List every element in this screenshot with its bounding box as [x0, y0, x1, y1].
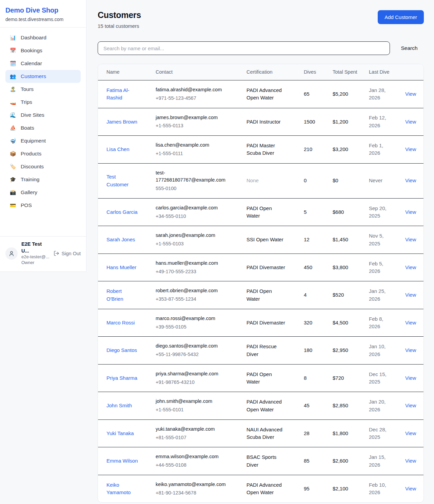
customer-email: sarah.jones@example.com	[156, 232, 229, 239]
view-link[interactable]: View	[405, 178, 416, 183]
customer-total-spent: $2,100	[329, 475, 365, 502]
sidebar-item-boats[interactable]: ⛵ Boats	[5, 122, 81, 134]
sidebar-item-dashboard[interactable]: 📊 Dashboard	[5, 31, 81, 44]
nav-item-icon: 🤿	[9, 138, 16, 144]
view-link[interactable]: View	[405, 237, 416, 242]
search-button[interactable]: Search	[399, 45, 420, 51]
customer-certification: SSI Open Water	[246, 237, 283, 242]
sidebar-item-tours[interactable]: 🏝️ Tours	[5, 83, 81, 96]
nav-item-label: Calendar	[21, 60, 42, 67]
customer-last-dive: Feb 12, 2026	[365, 108, 396, 136]
customer-phone: +81-90-1234-5678	[156, 489, 229, 497]
customer-email: keiko.yamamoto@example.com	[156, 481, 229, 488]
table-row-sarah-jones: Sarah Jones sarah.jones@example.com +1-5…	[98, 226, 423, 254]
nav-item-icon: 📅	[9, 48, 16, 54]
customer-name-link[interactable]: Robert O'Brien	[106, 288, 123, 302]
customer-email: carlos.garcia@example.com	[156, 204, 229, 212]
main-content: Customers 15 total customers Add Custome…	[86, 0, 434, 504]
nav-item-icon: 🏝️	[9, 86, 16, 92]
customer-dives: 28	[300, 419, 329, 447]
customer-name-link[interactable]: Keiko Yamamoto	[106, 482, 131, 496]
view-link[interactable]: View	[405, 146, 416, 152]
view-link[interactable]: View	[405, 292, 416, 298]
sidebar-item-pos[interactable]: 💳 POS	[5, 199, 81, 212]
view-link[interactable]: View	[405, 486, 416, 491]
column-header-last-dive: Last Dive	[365, 64, 396, 80]
view-link[interactable]: View	[405, 91, 416, 97]
sign-out-label: Sign Out	[62, 251, 81, 256]
nav-item-icon: 💳	[9, 202, 16, 208]
customer-phone: 555-0100	[156, 185, 229, 192]
customer-last-dive: Jan 28, 2026	[365, 80, 396, 108]
sidebar-item-dive-sites[interactable]: 🌊 Dive Sites	[5, 109, 81, 122]
customer-total-spent: $2,850	[329, 392, 365, 420]
customer-name-link[interactable]: Marco Rossi	[106, 320, 135, 325]
nav-item-icon: 🏷️	[9, 164, 16, 170]
customer-last-dive: Feb 1, 2026	[365, 136, 396, 164]
customer-last-dive: Jan 25, 2026	[365, 281, 396, 309]
table-row-robert-o-brien: Robert O'Brien robert.obrien@example.com…	[98, 281, 423, 309]
customer-name-link[interactable]: Test Customer	[106, 174, 129, 187]
sidebar-item-discounts[interactable]: 🏷️ Discounts	[5, 160, 81, 173]
customer-name-link[interactable]: Emma Wilson	[106, 458, 138, 464]
customer-name-link[interactable]: Hans Mueller	[106, 264, 136, 270]
sidebar-item-calendar[interactable]: 🗓️ Calendar	[5, 57, 81, 70]
table-row-emma-wilson: Emma Wilson emma.wilson@example.com +44-…	[98, 447, 423, 475]
customer-total-spent: $1,800	[329, 419, 365, 447]
customer-email: yuki.tanaka@example.com	[156, 426, 229, 433]
customer-dives: 210	[300, 136, 329, 164]
customer-name-link[interactable]: Yuki Tanaka	[106, 430, 134, 436]
sidebar-item-products[interactable]: 📦 Products	[5, 147, 81, 160]
view-link[interactable]: View	[405, 320, 416, 325]
search-input[interactable]	[98, 41, 390, 55]
view-link[interactable]: View	[405, 119, 416, 125]
view-link[interactable]: View	[405, 264, 416, 270]
view-link[interactable]: View	[405, 403, 416, 408]
view-link[interactable]: View	[405, 430, 416, 436]
sidebar: Demo Dive Shop demo.test.divestreams.com…	[0, 0, 86, 272]
customer-total-spent: $5,200	[329, 80, 365, 108]
nav-item-icon: 🗓️	[9, 60, 16, 67]
customer-name-link[interactable]: Priya Sharma	[106, 375, 137, 381]
customer-email: hans.mueller@example.com	[156, 260, 229, 267]
customer-name-link[interactable]: Carlos Garcia	[106, 209, 138, 215]
customer-dives: 4	[300, 281, 329, 309]
view-link[interactable]: View	[405, 375, 416, 381]
customer-name-link[interactable]: John Smith	[106, 403, 132, 408]
view-link[interactable]: View	[405, 458, 416, 464]
customer-certification: None	[246, 178, 259, 183]
sidebar-item-equipment[interactable]: 🤿 Equipment	[5, 134, 81, 147]
customer-name-link[interactable]: James Brown	[106, 119, 137, 125]
customer-phone: +1-555-0113	[156, 122, 229, 130]
nav-item-icon: 📊	[9, 35, 16, 41]
customer-last-dive: Jan 10, 2026	[365, 337, 396, 365]
sidebar-item-gallery[interactable]: 📸 Gallery	[5, 186, 81, 199]
table-row-john-smith: John Smith john.smith@example.com +1-555…	[98, 392, 423, 420]
nav-item-icon: 📸	[9, 189, 16, 195]
nav-item-label: Bookings	[21, 48, 42, 54]
view-link[interactable]: View	[405, 209, 416, 215]
table-row-diego-santos: Diego Santos diego.santos@example.com +5…	[98, 337, 423, 365]
customer-name-link[interactable]: Fatima Al-Rashid	[106, 87, 130, 101]
sidebar-item-bookings[interactable]: 📅 Bookings	[5, 44, 81, 57]
user-name: E2E Test U...	[21, 241, 50, 254]
view-link[interactable]: View	[405, 347, 416, 353]
sidebar-item-training[interactable]: 🎓 Training	[5, 173, 81, 186]
nav-item-icon: 🌊	[9, 112, 16, 118]
add-customer-button[interactable]: Add Customer	[378, 10, 424, 24]
customer-dives: 95	[300, 475, 329, 502]
table-row-yuki-tanaka: Yuki Tanaka yuki.tanaka@example.com +81-…	[98, 419, 423, 447]
customer-certification: PADI Rescue Diver	[246, 343, 277, 357]
sidebar-item-trips[interactable]: 🚤 Trips	[5, 96, 81, 109]
customer-total-spent: $0	[329, 163, 365, 198]
customer-name-link[interactable]: Sarah Jones	[106, 237, 135, 242]
customer-total-spent: $520	[329, 281, 365, 309]
nav-item-label: Products	[21, 151, 41, 157]
customers-table: Name Contact Certification Dives Total S…	[98, 64, 423, 502]
customer-email: fatima.alrashid@example.com	[156, 86, 229, 94]
nav-item-icon: ⛵	[9, 125, 16, 131]
sign-out-button[interactable]: Sign Out	[54, 250, 81, 256]
sidebar-item-customers[interactable]: 👥 Customers	[5, 70, 81, 83]
customer-name-link[interactable]: Lisa Chen	[106, 146, 130, 152]
customer-name-link[interactable]: Diego Santos	[106, 347, 137, 353]
